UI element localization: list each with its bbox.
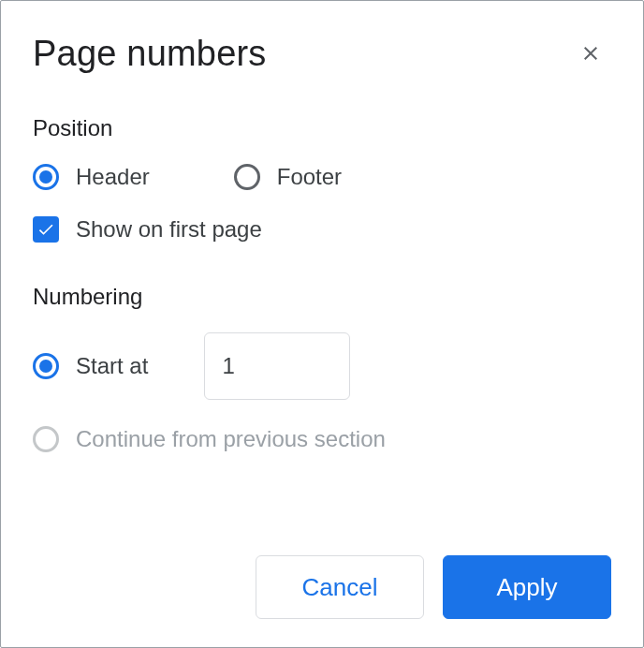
position-header-label: Header — [76, 164, 150, 190]
dialog-header: Page numbers — [33, 33, 611, 74]
numbering-continue-radio: Continue from previous section — [33, 426, 611, 452]
radio-selected-icon — [33, 164, 59, 190]
cancel-button[interactable]: Cancel — [256, 555, 424, 619]
checkbox-checked-icon — [33, 216, 59, 243]
numbering-start-at-row: Start at — [33, 332, 611, 400]
page-numbers-dialog: Page numbers Position Header Footer Show… — [0, 0, 644, 648]
dialog-title: Page numbers — [33, 34, 267, 74]
close-icon — [579, 42, 602, 65]
radio-unselected-icon — [234, 164, 260, 190]
show-first-page-label: Show on first page — [76, 216, 262, 243]
radio-selected-icon — [33, 353, 59, 379]
position-footer-radio[interactable]: Footer — [234, 164, 342, 190]
position-radio-group: Header Footer — [33, 164, 611, 190]
dialog-footer: Cancel Apply — [256, 555, 611, 619]
numbering-start-at-radio[interactable]: Start at — [33, 353, 148, 379]
numbering-continue-label: Continue from previous section — [76, 426, 386, 452]
position-header-radio[interactable]: Header — [33, 164, 150, 190]
apply-button[interactable]: Apply — [443, 555, 611, 619]
position-footer-label: Footer — [277, 164, 342, 190]
show-first-page-checkbox[interactable]: Show on first page — [33, 216, 611, 243]
position-section-label: Position — [33, 115, 611, 141]
close-button[interactable] — [570, 33, 611, 74]
start-at-input[interactable] — [204, 332, 350, 400]
radio-disabled-icon — [33, 426, 59, 452]
numbering-section-label: Numbering — [33, 284, 611, 310]
numbering-start-at-label: Start at — [76, 353, 148, 379]
